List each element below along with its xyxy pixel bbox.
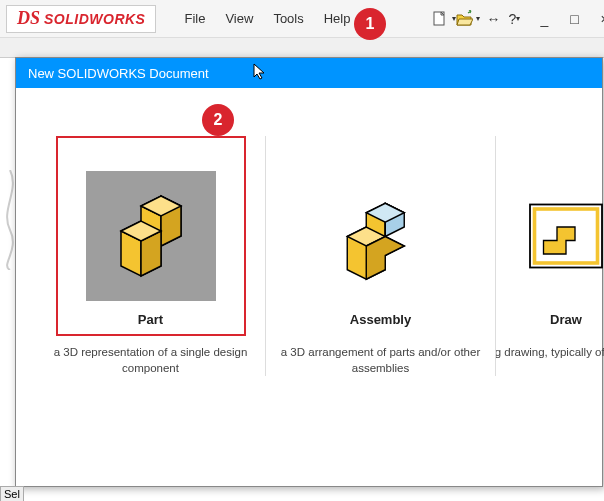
logo-ds-mark: DS (17, 8, 40, 29)
part-icon (101, 186, 201, 286)
option-assembly[interactable]: Assembly a 3D arrangement of parts and/o… (266, 136, 496, 376)
option-assembly-title: Assembly (350, 312, 411, 327)
menu-bar: File View Tools Help (174, 7, 360, 30)
help-button[interactable]: ?▾ (500, 7, 528, 31)
option-part-desc: a 3D representation of a single design c… (48, 345, 253, 376)
drawing-icon (521, 191, 604, 281)
selection-tab[interactable]: Sel (0, 486, 24, 501)
app-logo: DS SOLIDWORKS (6, 5, 156, 33)
new-document-button[interactable]: ▾ (430, 9, 450, 29)
option-assembly-desc: a 3D arrangement of parts and/or other a… (278, 345, 483, 376)
part-icon-bg (86, 171, 216, 301)
logo-brand-text: SOLIDWORKS (44, 11, 145, 27)
window-controls: ?▾ _ □ × (500, 7, 604, 31)
app-header: DS SOLIDWORKS File View Tools Help ▾ ▾ ↔… (0, 0, 604, 38)
tutorial-callout-1: 1 (354, 8, 386, 40)
option-part-title: Part (138, 312, 163, 327)
open-document-button[interactable]: ▾ (454, 9, 474, 29)
menu-tools[interactable]: Tools (263, 7, 313, 30)
maximize-button[interactable]: □ (560, 7, 588, 31)
menu-view[interactable]: View (215, 7, 263, 30)
dialog-title: New SOLIDWORKS Document (28, 66, 209, 81)
toolbar: ▾ ▾ ↔ (430, 9, 500, 29)
option-drawing-frame (516, 136, 604, 336)
option-drawing-desc: a 2D engineering drawing, typically of a… (496, 345, 604, 361)
menu-file[interactable]: File (174, 7, 215, 30)
option-part-frame (56, 136, 246, 336)
option-drawing[interactable]: Draw a 2D engineering drawing, typically… (496, 136, 604, 376)
dialog-titlebar: New SOLIDWORKS Document (16, 58, 602, 88)
ribbon-spacer (0, 38, 604, 58)
tutorial-callout-2: 2 (202, 104, 234, 136)
new-document-dialog: New SOLIDWORKS Document Part a 3D repres (15, 57, 603, 487)
dialog-body: Part a 3D representation of a single des… (16, 88, 602, 396)
minimize-button[interactable]: _ (530, 7, 558, 31)
option-part[interactable]: Part a 3D representation of a single des… (36, 136, 266, 376)
swap-icon: ↔ (486, 11, 500, 27)
option-assembly-frame (286, 136, 476, 336)
cursor-icon (252, 62, 270, 80)
option-drawing-title: Draw (550, 312, 582, 327)
assembly-icon (333, 189, 428, 284)
close-button[interactable]: × (590, 7, 604, 31)
